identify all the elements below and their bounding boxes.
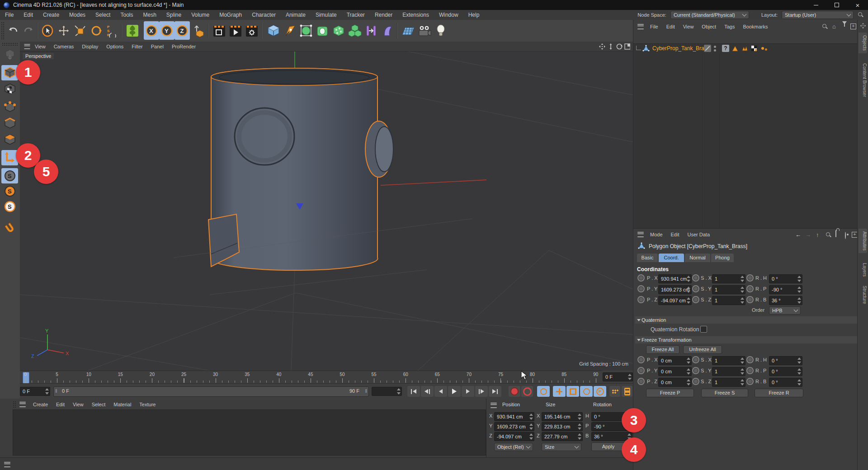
menu-item-volume[interactable]: Volume [186, 12, 214, 18]
menu-item-select[interactable]: Select [90, 12, 115, 18]
phong-tag-icon[interactable] [731, 45, 739, 52]
sy-field[interactable]: 1 [712, 285, 745, 294]
spline-boolean-button[interactable] [363, 21, 379, 40]
menu-item-display[interactable]: Display [78, 44, 102, 49]
fpz-field[interactable]: 0 cm [658, 378, 692, 387]
magnet-tool-button[interactable] [1, 221, 18, 236]
spinner-icon[interactable] [686, 368, 690, 375]
coordinate-system-toggle[interactable] [191, 21, 206, 40]
next-frame-button[interactable] [462, 386, 474, 397]
record-parameter-toggle[interactable]: P [594, 386, 606, 397]
py-field[interactable]: 1609.273 cm [658, 285, 692, 294]
render-picture-viewer-button[interactable] [228, 21, 243, 40]
tab-phong[interactable]: Phong [711, 254, 734, 262]
size-z-field[interactable]: 227.79 cm [542, 432, 583, 441]
menu-item-file[interactable]: File [646, 24, 662, 29]
material-panel-grip[interactable] [13, 401, 16, 408]
menu-item-create[interactable]: Create [29, 402, 52, 407]
tab-basic[interactable]: Basic [637, 254, 658, 262]
keyframe-dot[interactable] [692, 378, 699, 385]
spinner-icon[interactable] [396, 388, 401, 395]
menu-item-character[interactable]: Character [247, 12, 281, 18]
timeline-ruler[interactable]: 051015202530354045505560657075808590 [20, 371, 602, 384]
menu-item-edit[interactable]: Edit [667, 232, 684, 237]
range-grip-left[interactable]: ‖ [55, 388, 57, 394]
tab-layers[interactable]: Layers [859, 260, 867, 279]
rotate-tool[interactable] [89, 21, 104, 40]
spinner-icon[interactable] [686, 357, 690, 364]
fsy-field[interactable]: 1 [712, 367, 745, 376]
current-frame-field[interactable]: 0 F [603, 372, 633, 381]
rp-field[interactable]: -90 ° [769, 285, 802, 294]
menu-item-bookmarks[interactable]: Bookmarks [739, 24, 772, 29]
keyframe-dot[interactable] [637, 378, 645, 385]
menu-item-animate[interactable]: Animate [281, 12, 311, 18]
size-mode-dropdown[interactable]: Size [542, 443, 581, 451]
add-panel-icon[interactable]: + [850, 24, 856, 29]
close-button[interactable]: × [847, 0, 868, 10]
scale-tool[interactable] [72, 21, 88, 40]
spinner-icon[interactable] [797, 287, 801, 293]
selection-tags-icon[interactable] [760, 45, 768, 52]
frh-field[interactable]: 0 ° [769, 356, 802, 365]
previous-frame-button[interactable] [434, 386, 447, 397]
spinner-icon[interactable] [740, 368, 744, 375]
object-tree[interactable]: CyberProp_Tank_Brass ? [633, 43, 858, 229]
object-name[interactable]: CyberProp_Tank_Brass [652, 45, 710, 52]
axis-mode-button[interactable] [1, 150, 18, 165]
sz-field[interactable]: 1 [712, 296, 745, 305]
freeze-r-button[interactable]: Freeze R [755, 389, 803, 397]
snap-settings-button[interactable]: S [1, 199, 18, 214]
menu-item-view[interactable]: View [31, 44, 50, 49]
layer-chip-icon[interactable] [704, 45, 711, 52]
pen-spline-tool[interactable] [282, 21, 297, 40]
deformer-button[interactable] [380, 21, 395, 40]
node-space-dropdown[interactable]: Current (Standard/Physical) [670, 11, 749, 19]
apply-button[interactable]: Apply [591, 442, 625, 451]
quaternion-rotation-checkbox[interactable] [700, 326, 707, 333]
fpy-field[interactable]: 0 cm [658, 367, 692, 376]
menu-item-panel[interactable]: Panel [147, 44, 168, 49]
record-position-toggle[interactable] [553, 386, 566, 397]
back-icon[interactable]: ← [795, 232, 801, 238]
maximize-button[interactable] [826, 0, 847, 10]
toolbar-grip[interactable] [1, 22, 5, 40]
forward-icon[interactable]: → [805, 232, 811, 238]
spinner-icon[interactable] [797, 297, 801, 304]
texture-tag-icon[interactable] [750, 45, 758, 52]
edges-mode-button[interactable] [1, 116, 18, 131]
make-editable-button[interactable] [1, 47, 18, 62]
pos-x-field[interactable]: 930.941 cm [494, 412, 534, 421]
menu-item-modes[interactable]: Modes [64, 12, 90, 18]
sx-field[interactable]: 1 [712, 274, 745, 283]
spinner-icon[interactable] [686, 297, 690, 304]
keyframe-dot[interactable] [692, 285, 699, 292]
menu-item-create[interactable]: Create [38, 12, 64, 18]
menu-item-simulate[interactable]: Simulate [311, 12, 342, 18]
spinner-icon[interactable] [686, 287, 690, 293]
coordinates-menu-icon[interactable] [491, 403, 497, 408]
rh-field[interactable]: 0 ° [769, 274, 802, 283]
record-pla-toggle[interactable] [609, 386, 620, 397]
target-icon[interactable] [845, 232, 846, 239]
status-menu-icon[interactable] [4, 462, 10, 467]
menu-item-file[interactable]: File [0, 12, 19, 18]
menu-item-view[interactable]: View [69, 402, 88, 407]
keyframe-dot[interactable] [692, 356, 699, 363]
viewport-nav-icons[interactable] [599, 43, 630, 50]
generator-button[interactable] [315, 21, 330, 40]
freeze-p-button[interactable]: Freeze P [646, 389, 694, 397]
spinner-icon[interactable] [529, 433, 533, 440]
palette-grip[interactable] [2, 42, 18, 46]
menu-item-select[interactable]: Select [88, 402, 110, 407]
keyframe-dot[interactable] [637, 296, 645, 303]
floor-object-button[interactable] [401, 21, 416, 40]
menu-item-mesh[interactable]: Mesh [138, 12, 161, 18]
spinner-icon[interactable] [797, 368, 801, 375]
tweak-tool[interactable] [125, 21, 140, 40]
keyframe-dot[interactable] [746, 367, 754, 374]
spinner-icon[interactable] [740, 276, 744, 282]
last-used-tool-psr[interactable]: PSR [105, 21, 118, 40]
spinner-icon[interactable] [740, 297, 744, 304]
spinner-icon[interactable] [740, 379, 744, 385]
